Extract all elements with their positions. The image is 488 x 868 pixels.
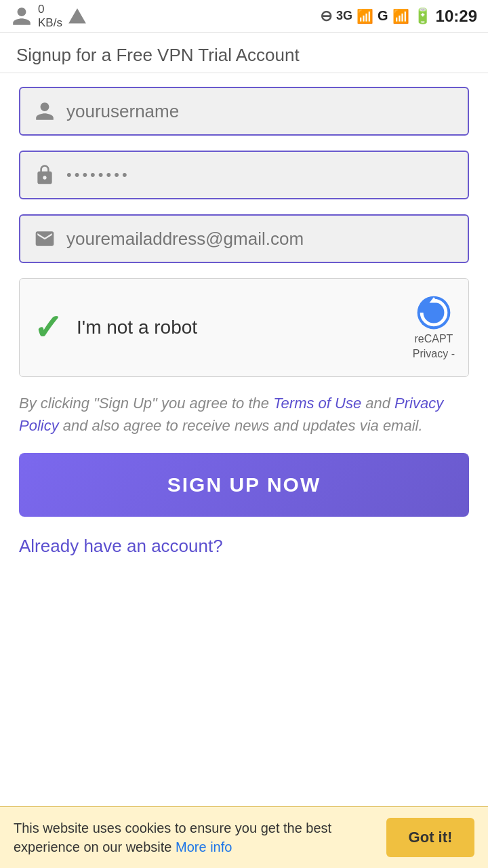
do-not-disturb-icon: ⊖	[320, 7, 332, 25]
recaptcha-label: I'm not a robot	[77, 317, 197, 338]
password-field-container	[19, 151, 469, 199]
lock-icon	[34, 164, 56, 186]
time-display: 10:29	[436, 7, 477, 26]
cookie-banner: This website uses cookies to ensure you …	[0, 806, 488, 868]
recaptcha-checkmark: ✓	[33, 307, 63, 348]
recaptcha-container[interactable]: ✓ I'm not a robot reCAPT Privacy -	[19, 278, 469, 377]
recaptcha-left: ✓ I'm not a robot	[33, 307, 197, 348]
status-left: 0 KB/s	[11, 3, 87, 30]
email-field-container	[19, 214, 469, 263]
g-icon: G	[378, 8, 388, 24]
recaptcha-privacy-label: Privacy -	[413, 348, 455, 360]
network-label: 3G	[336, 9, 352, 23]
status-bar: 0 KB/s ⊖ 3G 📶 G 📶 🔋 10:29	[0, 0, 488, 33]
cookie-accept-button[interactable]: Got it!	[386, 818, 474, 857]
email-input[interactable]	[66, 229, 454, 250]
cookie-text: This website uses cookies to ensure you …	[14, 818, 375, 856]
page-title: Signup for a Free VPN Trial Account	[16, 45, 300, 65]
kb-status: 0 KB/s	[38, 3, 62, 30]
username-field-container	[19, 87, 469, 136]
warning-icon	[68, 7, 87, 26]
main-content: ✓ I'm not a robot reCAPT Privacy - By cl…	[0, 73, 488, 584]
signal-icon: 📶	[357, 8, 373, 24]
cookie-more-info-link[interactable]: More info	[176, 840, 232, 854]
username-input[interactable]	[66, 101, 454, 122]
status-right: ⊖ 3G 📶 G 📶 🔋 10:29	[320, 7, 477, 26]
signup-button[interactable]: SIGN UP NOW	[19, 453, 469, 517]
recaptcha-logo-icon	[416, 295, 451, 330]
terms-text: By clicking "Sign Up" you agree to the T…	[19, 392, 469, 437]
person-icon	[11, 5, 33, 27]
username-icon	[34, 100, 56, 122]
password-input[interactable]	[66, 166, 454, 184]
battery-icon: 🔋	[413, 7, 432, 25]
terms-of-use-link[interactable]: Terms of Use	[273, 395, 361, 412]
signal2-icon: 📶	[392, 8, 409, 24]
email-icon	[34, 228, 56, 250]
recaptcha-brand-label: reCAPT	[414, 333, 453, 345]
page-header: Signup for a Free VPN Trial Account	[0, 33, 488, 73]
already-account-link[interactable]: Already have an account?	[19, 536, 469, 557]
recaptcha-right: reCAPT Privacy -	[413, 295, 455, 360]
